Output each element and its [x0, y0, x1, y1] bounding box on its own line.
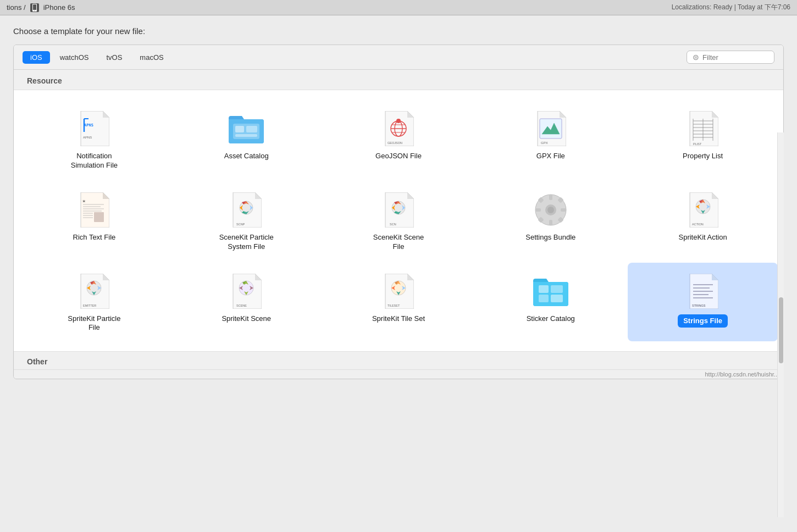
item-label-property-list: Property List [683, 152, 723, 161]
icon-spritekit-particle: EMITTER [74, 271, 114, 311]
top-bar: tions / iPhone 6s Localizations: Ready |… [0, 0, 797, 15]
svg-point-2 [34, 10, 35, 10]
icon-geojson: GEOJSON [379, 109, 418, 148]
other-section-label: Other [14, 351, 783, 369]
svg-text:SCN: SCN [390, 223, 396, 226]
svg-text:APNS: APNS [83, 136, 92, 139]
svg-rect-10 [235, 134, 257, 137]
items-grid: APNS APNS Notification Simulation File [14, 90, 783, 351]
item-label-rich-text: Rich Text File [73, 233, 116, 242]
bottom-url: http://blog.csdn.net/huishr... [14, 369, 783, 379]
svg-text:GPX: GPX [541, 141, 548, 145]
icon-notification-sim: APNS APNS [74, 109, 114, 148]
item-label-spritekit-action: SpriteKit Action [679, 233, 727, 242]
svg-text:H: H [83, 199, 85, 203]
item-spritekit-scene[interactable]: SCENE SpriteKit Scene [171, 263, 322, 342]
svg-text:SCENE: SCENE [236, 304, 247, 307]
item-settings-bundle[interactable]: Settings Bundle [475, 181, 626, 261]
item-asset-catalog[interactable]: Asset Catalog [171, 100, 322, 179]
icon-asset-catalog [226, 109, 266, 148]
icon-property-list: PLIST [683, 109, 723, 148]
svg-text:STRINGS: STRINGS [692, 304, 706, 307]
icon-strings-file: STRINGS [683, 271, 723, 311]
svg-text:TILESET: TILESET [388, 304, 400, 307]
icon-settings-bundle [531, 190, 571, 230]
icon-spritekit-tileset: TILESET [379, 271, 418, 311]
svg-rect-95 [551, 285, 563, 293]
svg-text:EMITTER: EMITTER [83, 304, 96, 307]
item-geojson[interactable]: GEOJSON GeoJSON File [324, 100, 474, 179]
item-scenekit-scene[interactable]: SCN SceneKit Scene File [324, 181, 474, 261]
item-label-spritekit-scene: SpriteKit Scene [222, 314, 271, 324]
item-label-scenekit-scene: SceneKit Scene File [373, 233, 424, 252]
item-notification-sim[interactable]: APNS APNS Notification Simulation File [19, 100, 169, 179]
item-rich-text[interactable]: H Rich Text File [19, 181, 169, 261]
svg-rect-58 [549, 195, 552, 200]
svg-text:ACTION: ACTION [692, 223, 704, 226]
device-label: iPhone 6s [43, 3, 75, 12]
item-sticker-catalog[interactable]: Sticker Catalog [475, 263, 626, 342]
breadcrumb-actions: tions / [7, 3, 26, 12]
device-icon [30, 3, 39, 12]
svg-rect-59 [549, 220, 552, 225]
svg-text:GEOJSON: GEOJSON [388, 141, 402, 145]
icon-sticker-catalog [531, 271, 571, 311]
item-gpx[interactable]: GPX GPX File [475, 100, 626, 179]
svg-rect-35 [94, 212, 104, 222]
item-strings-file[interactable]: STRINGS Strings File [628, 263, 778, 342]
svg-rect-18 [540, 119, 562, 138]
scrollbar-track[interactable] [777, 132, 784, 517]
icon-scenekit-scene: SCN [379, 190, 418, 230]
item-label-spritekit-tileset: SpriteKit Tile Set [372, 314, 425, 324]
item-label-asset-catalog: Asset Catalog [224, 152, 269, 161]
tab-ios[interactable]: iOS [23, 51, 50, 64]
filter-icon: ⊜ [693, 53, 699, 62]
item-spritekit-tileset[interactable]: TILESET SpriteKit Tile Set [324, 263, 474, 342]
icon-scenekit-particle: SCNP [226, 190, 266, 230]
status-bar: Localizations: Ready | Today at 下午7:06 [672, 3, 790, 12]
heading: Choose a template for your new file: [13, 26, 784, 36]
icon-rich-text: H [74, 190, 114, 230]
svg-text:SCNP: SCNP [236, 223, 245, 226]
svg-rect-1 [33, 4, 36, 10]
icon-spritekit-scene: SCENE [226, 271, 266, 311]
icon-gpx: GPX [531, 109, 571, 148]
item-label-notification-sim: Notification Simulation File [71, 152, 118, 170]
svg-rect-94 [539, 285, 549, 293]
item-label-geojson: GeoJSON File [375, 152, 422, 161]
item-label-sticker-catalog: Sticker Catalog [527, 314, 575, 324]
filter-input[interactable] [702, 53, 768, 62]
item-label-settings-bundle: Settings Bundle [525, 233, 575, 242]
svg-rect-9 [246, 126, 257, 132]
svg-point-57 [547, 207, 554, 213]
svg-text:APNS: APNS [84, 123, 93, 128]
svg-rect-61 [561, 208, 566, 212]
item-spritekit-particle[interactable]: EMITTER SpriteKit Particle File [19, 263, 169, 342]
tab-watchos[interactable]: watchOS [52, 51, 97, 64]
item-label-spritekit-particle: SpriteKit Particle File [68, 314, 120, 333]
svg-text:PLIST: PLIST [693, 142, 702, 146]
svg-rect-97 [551, 295, 563, 302]
tab-bar: iOS watchOS tvOS macOS ⊜ [14, 45, 783, 70]
scrollbar-thumb[interactable] [779, 297, 783, 363]
svg-rect-60 [535, 208, 541, 212]
item-label-strings-file: Strings File [678, 314, 728, 328]
tab-tvos[interactable]: tvOS [98, 51, 130, 64]
svg-point-16 [396, 119, 401, 123]
filter-box[interactable]: ⊜ [687, 51, 774, 64]
svg-rect-8 [235, 126, 244, 132]
item-spritekit-action[interactable]: ACTION SpriteKit Action [628, 181, 778, 261]
item-label-gpx: GPX File [536, 152, 565, 161]
item-label-scenekit-particle: SceneKit Particle System File [219, 233, 274, 252]
svg-rect-96 [539, 295, 549, 302]
tab-macos[interactable]: macOS [132, 51, 171, 64]
item-scenekit-particle[interactable]: SCNP SceneKit Particle System File [171, 181, 322, 261]
item-property-list[interactable]: PLIST Property List [628, 100, 778, 179]
icon-spritekit-action: ACTION [683, 190, 723, 230]
section-label: Resource [14, 70, 783, 90]
